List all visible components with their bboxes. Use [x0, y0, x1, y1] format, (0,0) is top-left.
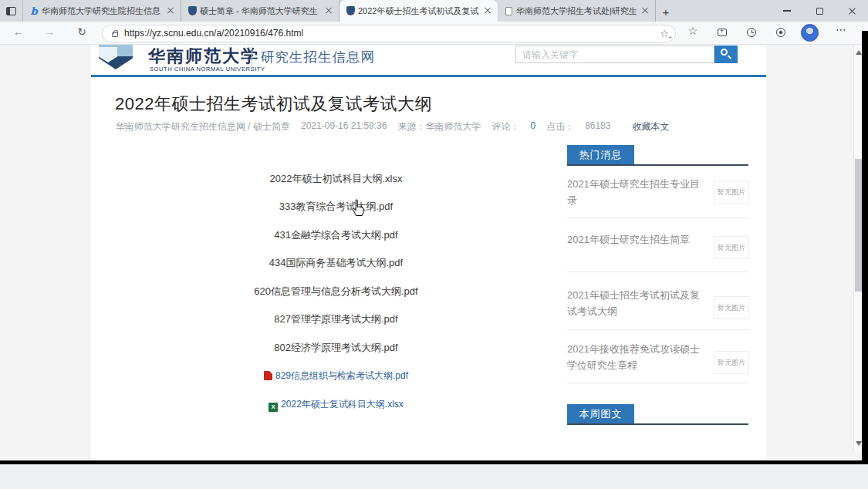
address-bar[interactable]: https://yz.scnu.edu.cn/a/20210916/476.ht…: [102, 25, 676, 42]
web-capture-button[interactable]: [776, 25, 785, 34]
lock-icon: [112, 32, 118, 37]
excel-file-icon: X: [269, 403, 278, 412]
new-tab-button[interactable]: +: [656, 2, 676, 22]
web-capture-icon: [776, 28, 785, 37]
hot-news-item[interactable]: 2021年硕士招生考试初试及复试考试大纲: [567, 287, 700, 319]
add-favorite-button[interactable]: ☆+: [660, 28, 669, 39]
tab-close-icon[interactable]: [482, 5, 493, 16]
publish-datetime: 2021-09-16 21:59:36: [301, 120, 387, 133]
tab-bar: b 华南师范大学研究生院招生信息 硕士简章 - 华南师范大学研究生 2022年硕…: [0, 0, 868, 22]
scroll-up-icon[interactable]: [856, 47, 862, 55]
comments-count: 0: [530, 120, 535, 133]
tab-close-icon[interactable]: [165, 5, 176, 16]
back-button[interactable]: ←: [11, 25, 26, 38]
file-item: 802经济学原理考试大纲.pdf: [110, 341, 562, 355]
back-icon: ←: [13, 25, 24, 38]
plus-icon: +: [663, 5, 670, 19]
history-button[interactable]: [747, 25, 756, 34]
tab-title: 硕士简章 - 华南师范大学研究生: [200, 5, 320, 17]
forward-button[interactable]: →: [42, 25, 57, 38]
no-image-placeholder: 暂无图片: [714, 296, 749, 319]
weekly-pictures-tab[interactable]: 本周图文: [567, 404, 634, 423]
close-icon: [848, 7, 856, 15]
page-title: 2022年硕士招生考试初试及复试考试大纲: [115, 93, 432, 116]
favorites-button[interactable]: ☆: [685, 25, 701, 37]
pdf-file-icon: [264, 371, 272, 380]
site-name: 研究生招生信息网: [261, 48, 375, 66]
history-icon: [747, 28, 756, 37]
comments-label: 评论：: [491, 120, 519, 133]
scnu-favicon-icon: [187, 6, 197, 15]
page-scrollbar[interactable]: [853, 45, 862, 451]
university-name-en: SOUTH CHINA NORMAL UNIVERSITY: [150, 66, 265, 73]
scrollbar-thumb[interactable]: [855, 159, 862, 292]
taskbar: [0, 464, 868, 489]
no-image-placeholder: 暂无图片: [714, 351, 749, 374]
scnu-favicon-icon: [346, 6, 355, 15]
bing-icon: b: [29, 6, 39, 15]
breadcrumb[interactable]: 华南师范大学研究生招生信息网 / 硕士简章: [116, 120, 290, 133]
file-item: 2022年硕士初试科目大纲.xlsx: [110, 172, 562, 186]
tab-4[interactable]: 华南师范大学招生考试处|研究生: [498, 0, 656, 22]
file-item: 434国际商务基础考试大纲.pdf: [110, 256, 562, 270]
tab-title: 2022年硕士招生考试初试及复试: [358, 5, 479, 17]
minimize-button[interactable]: [771, 0, 803, 22]
page-viewport: 华南师范大学 SOUTH CHINA NORMAL UNIVERSITY 研究生…: [0, 45, 863, 460]
refresh-button[interactable]: ↻: [74, 25, 90, 38]
hot-news-tab[interactable]: 热门消息: [567, 145, 634, 164]
minimize-icon: [783, 10, 791, 11]
file-item: 431金融学综合考试大纲.pdf: [110, 228, 562, 242]
restore-button[interactable]: [803, 0, 836, 22]
url-text[interactable]: https://yz.scnu.edu.cn/a/20210916/476.ht…: [124, 28, 660, 39]
tab-actions-icon: [6, 7, 16, 15]
no-image-placeholder: 暂无图片: [714, 236, 749, 259]
refresh-icon: ↻: [77, 25, 86, 38]
tab-close-icon[interactable]: [640, 5, 650, 16]
source-label: 来源：华南师范大学: [397, 120, 481, 133]
file-item: 827管理学原理考试大纲.pdf: [110, 312, 562, 326]
tab-1[interactable]: b 华南师范大学研究生院招生信息: [23, 0, 181, 22]
close-button[interactable]: [836, 0, 868, 22]
star-icon: ☆: [660, 28, 669, 39]
tab-title: 华南师范大学研究生院招生信息: [42, 5, 162, 17]
forward-icon: →: [44, 25, 55, 38]
file-link[interactable]: 829信息组织与检索考试大纲.pdf: [110, 369, 562, 383]
file-link[interactable]: X2022年硕士复试科目大纲.xlsx: [110, 398, 562, 412]
mouse-cursor: [351, 199, 365, 220]
tab-2[interactable]: 硕士简章 - 华南师范大学研究生: [181, 0, 339, 22]
more-icon: ⋯: [836, 23, 846, 35]
no-image-placeholder: 暂无图片: [714, 180, 749, 204]
screen-edge: [862, 31, 868, 460]
settings-menu-button[interactable]: ⋯: [833, 23, 849, 35]
file-item: 333教育综合考试大纲.pdf: [110, 200, 562, 214]
hot-news-item[interactable]: 2021年接收推荐免试攻读硕士学位研究生章程: [567, 341, 700, 373]
profile-avatar[interactable]: [801, 24, 819, 42]
sidebar: 热门消息 2021年硕士研究生招生专业目录 暂无图片 2021年硕士研究生招生简…: [567, 45, 748, 460]
page-favicon-icon: [504, 6, 513, 15]
collections-button[interactable]: [718, 25, 727, 32]
hot-news-item[interactable]: 2021年硕士研究生招生简章: [567, 231, 700, 248]
tab-close-icon[interactable]: [323, 5, 334, 16]
favorites-star-icon: ☆: [688, 25, 698, 37]
university-name: 华南师范大学: [148, 45, 259, 68]
file-item: 620信息管理与信息分析考试大纲.pdf: [110, 285, 562, 298]
collections-icon: [718, 29, 727, 36]
browser-window: b 华南师范大学研究生院招生信息 硕士简章 - 华南师范大学研究生 2022年硕…: [0, 0, 868, 460]
page-content: 华南师范大学 SOUTH CHINA NORMAL UNIVERSITY 研究生…: [91, 45, 766, 460]
header-divider: [252, 47, 252, 68]
hot-news-item[interactable]: 2021年硕士研究生招生专业目录: [567, 176, 700, 208]
tab-3-active[interactable]: 2022年硕士招生考试初试及复试: [339, 0, 498, 22]
scroll-down-icon[interactable]: [856, 441, 862, 449]
tab-title: 华南师范大学招生考试处|研究生: [516, 5, 637, 17]
restore-icon: [816, 8, 823, 15]
tab-actions-menu[interactable]: [0, 0, 23, 22]
